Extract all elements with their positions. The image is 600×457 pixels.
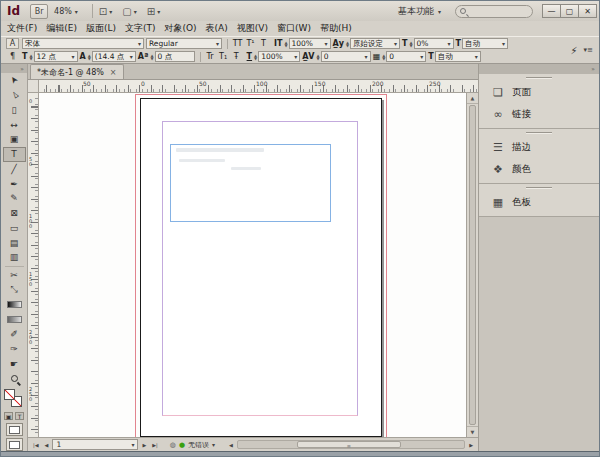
maximize-button[interactable]: ▢	[560, 4, 579, 18]
preflight-status[interactable]: ◍ ● 无错误 ▾	[170, 440, 215, 450]
horizontal-scrollbar-track[interactable]: ≡	[237, 440, 465, 449]
menu-file[interactable]: 文件(F)	[7, 22, 37, 35]
text-frame[interactable]	[170, 144, 331, 222]
stepper-icon[interactable]: ▲▼	[284, 41, 287, 47]
rectangle-tool[interactable]: ▭	[3, 221, 26, 236]
leading-field[interactable]: (14.4 点 ▾	[92, 51, 136, 62]
view-options-dropdown[interactable]: ⊡ ▾	[99, 6, 112, 17]
space-after-field[interactable]: 自动 ▾	[435, 51, 481, 62]
pasteboard[interactable]: 0 50 100 150 200 250 ▲	[28, 93, 478, 437]
gradient-swatch-tool[interactable]	[3, 297, 26, 312]
workspace-switcher[interactable]: 基本功能 ▾	[398, 5, 441, 18]
font-size-field[interactable]: 12 点 ▾	[34, 51, 78, 62]
tracking-field[interactable]: 0 ▾	[321, 51, 371, 62]
next-page-button[interactable]: ▶	[140, 442, 148, 448]
vertical-scrollbar[interactable]: ▲ ▼	[466, 93, 478, 437]
scissors-tool[interactable]: ✂	[3, 268, 26, 283]
minimize-button[interactable]: —	[542, 4, 561, 18]
kerning-field[interactable]: 原始设定 ▾	[350, 38, 400, 49]
menu-table[interactable]: 表(A)	[206, 22, 228, 35]
stepper-icon[interactable]: ▲▼	[317, 54, 320, 60]
stepper-icon[interactable]: ▲▼	[346, 41, 349, 47]
horizontal-scrollbar[interactable]: ◀ ≡ ▶	[227, 440, 475, 449]
strikethrough-button[interactable]: Ŧ	[230, 52, 243, 61]
search-input[interactable]	[455, 5, 533, 18]
previous-page-button[interactable]: ◀	[43, 442, 51, 448]
dock-collapse-icon[interactable]: »	[479, 64, 599, 74]
document-tab[interactable]: *未命名-1 @ 48% ×	[30, 64, 124, 79]
last-page-button[interactable]: ▶|	[150, 442, 160, 448]
panel-group-grip[interactable]	[479, 184, 599, 191]
panel-pages[interactable]: ❏ 页面	[479, 81, 599, 103]
font-style-select[interactable]: Regular ▾	[146, 38, 222, 49]
vertical-grid-tool[interactable]: ▥	[3, 250, 26, 265]
free-transform-tool[interactable]: ⤡	[3, 283, 26, 298]
arrange-documents-dropdown[interactable]: ⊞ ▾	[147, 6, 160, 17]
frame-tool[interactable]: ⊠	[3, 206, 26, 221]
small-caps-button[interactable]: Tr	[204, 52, 217, 61]
horizontal-scale-field[interactable]: 100% ▾	[258, 51, 300, 62]
panel-links[interactable]: ∞ 链接	[479, 103, 599, 125]
scroll-right-icon[interactable]: ▶	[467, 442, 475, 448]
first-page-button[interactable]: |◀	[31, 442, 41, 448]
page-number-dropdown[interactable]: 1 ▾	[52, 439, 138, 450]
direct-selection-tool[interactable]: ▻	[3, 88, 26, 103]
gap-tool[interactable]: ↔	[3, 117, 26, 132]
quick-apply-icon[interactable]: ⚡	[571, 45, 578, 56]
menu-view[interactable]: 视图(V)	[237, 22, 268, 35]
scroll-down-icon[interactable]: ▼	[467, 426, 478, 437]
horizontal-scrollbar-thumb[interactable]: ≡	[297, 441, 401, 448]
page-tool[interactable]: ▯	[3, 103, 26, 118]
type-tool[interactable]: T	[3, 147, 26, 162]
vertical-scale-field[interactable]: 100% ▾	[289, 38, 331, 49]
gradient-feather-tool[interactable]	[3, 312, 26, 327]
apply-none-button[interactable]	[6, 423, 23, 436]
vertical-scrollbar-thumb[interactable]	[469, 105, 476, 425]
scroll-up-icon[interactable]: ▲	[467, 93, 478, 104]
stepper-icon[interactable]: ▲▼	[151, 54, 154, 60]
note-tool[interactable]: ✐	[3, 327, 26, 342]
stepper-icon[interactable]: ▲▼	[382, 54, 385, 60]
menu-edit[interactable]: 编辑(E)	[46, 22, 77, 35]
grid-count-field[interactable]: 0 ▾	[386, 51, 426, 62]
proportional-spacing-field[interactable]: 0% ▾	[414, 38, 454, 49]
stepper-icon[interactable]: ▲▼	[409, 41, 412, 47]
close-tab-icon[interactable]: ×	[110, 68, 117, 77]
all-caps-button[interactable]: TT	[231, 39, 244, 48]
content-collector-tool[interactable]: ▣	[3, 132, 26, 147]
panel-swatches[interactable]: ▦ 色板	[479, 191, 599, 213]
close-button[interactable]: ✕	[578, 4, 597, 18]
formatting-affects-container-button[interactable]: ▣	[4, 412, 13, 420]
zoom-level-dropdown[interactable]: 48% ▾	[54, 7, 78, 16]
pencil-tool[interactable]: ✎	[3, 191, 26, 206]
superscript-button[interactable]: T¹	[244, 39, 257, 48]
eyedropper-tool[interactable]: ✑	[3, 342, 26, 357]
fill-swatch[interactable]	[4, 389, 15, 400]
line-tool[interactable]: ╱	[3, 162, 26, 177]
ruler-origin-box[interactable]	[28, 80, 39, 92]
space-before-field[interactable]: 自动 ▾	[462, 38, 508, 49]
panel-group-grip[interactable]	[479, 74, 599, 81]
pen-tool[interactable]: ✒	[3, 176, 26, 191]
formatting-affects-text-button[interactable]: T	[15, 412, 24, 420]
hand-tool[interactable]: ☛	[3, 356, 26, 371]
menu-window[interactable]: 窗口(W)	[277, 22, 311, 35]
selection-tool[interactable]: ➤	[3, 73, 26, 88]
menu-help[interactable]: 帮助(H)	[320, 22, 352, 35]
menu-layout[interactable]: 版面(L)	[86, 22, 116, 35]
stepper-icon[interactable]: ▲▼	[29, 54, 32, 60]
panel-menu-icon[interactable]: ▾≡	[584, 46, 593, 54]
menu-type[interactable]: 文字(T)	[125, 22, 156, 35]
font-family-select[interactable]: 宋体 ▾	[22, 38, 144, 49]
screen-mode-dropdown[interactable]: ▢ ▾	[122, 6, 136, 17]
document-page[interactable]	[140, 98, 382, 437]
tools-collapse-icon[interactable]: »	[1, 64, 27, 73]
bridge-button[interactable]: Br	[30, 4, 48, 19]
horizontal-ruler[interactable]: 50 0 50 100 150 200 250	[39, 80, 478, 92]
subscript-button[interactable]: T₁	[217, 52, 230, 61]
view-mode-button[interactable]	[6, 438, 23, 451]
zoom-tool[interactable]	[3, 371, 26, 386]
menu-object[interactable]: 对象(O)	[165, 22, 197, 35]
panel-group-grip[interactable]	[479, 129, 599, 136]
panel-color[interactable]: ❖ 颜色	[479, 158, 599, 180]
